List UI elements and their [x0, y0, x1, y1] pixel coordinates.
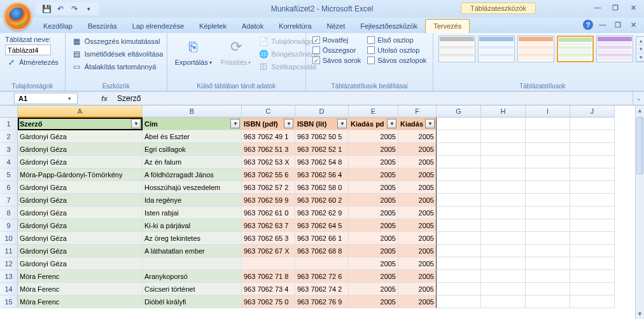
cell[interactable] [526, 168, 570, 181]
column-header[interactable]: H [481, 105, 526, 118]
cell[interactable] [570, 207, 615, 219]
column-header[interactable]: D [295, 105, 349, 118]
cell[interactable] [437, 143, 481, 156]
row-header[interactable]: 15 [0, 295, 18, 308]
table-cell[interactable]: Ida regénye [143, 194, 242, 207]
table-cell[interactable]: 2005 [398, 194, 437, 207]
table-style-thumb[interactable] [517, 36, 554, 62]
table-cell[interactable]: 2005 [398, 143, 437, 156]
cell[interactable] [481, 207, 526, 219]
qat-customize-icon[interactable]: ▾ [83, 3, 94, 15]
column-header[interactable]: I [526, 105, 570, 118]
banded-cols-checkbox[interactable]: Sávos oszlopok [366, 56, 428, 65]
cell[interactable] [481, 295, 526, 308]
table-cell[interactable]: Gárdonyi Géza [18, 232, 143, 245]
column-header[interactable]: E [349, 105, 398, 118]
tab-formulas[interactable]: Képletek [192, 20, 234, 33]
table-cell[interactable]: Hosszúhajú veszedelem [143, 181, 242, 194]
table-cell[interactable]: 2005 [398, 232, 437, 245]
table-cell[interactable]: 2005 [349, 143, 398, 156]
table-cell[interactable]: Gárdonyi Géza [18, 181, 143, 194]
help-icon[interactable]: ? [583, 20, 593, 30]
table-cell[interactable]: Gárdonyi Géza [18, 143, 143, 156]
cell[interactable] [437, 118, 481, 130]
cell[interactable] [570, 168, 615, 181]
cell[interactable] [526, 130, 570, 143]
minimize-button[interactable]: — [591, 3, 605, 13]
filter-dropdown-icon[interactable]: ▾ [230, 119, 240, 128]
table-cell[interactable]: 2005 [398, 295, 437, 308]
cell[interactable] [526, 270, 570, 283]
scroll-down-icon[interactable]: ▼ [636, 309, 644, 319]
table-cell[interactable]: Móra Ferenc [18, 295, 143, 308]
cell[interactable] [570, 232, 615, 245]
table-cell[interactable]: 2005 [398, 245, 437, 257]
table-cell[interactable]: Isten rabjai [143, 207, 242, 219]
row-header[interactable]: 12 [0, 257, 18, 270]
table-cell[interactable]: 2005 [349, 194, 398, 207]
cell[interactable] [570, 257, 615, 270]
table-cell[interactable]: 963 7062 68 8 [295, 245, 349, 257]
table-cell[interactable]: 963 7062 61 0 [242, 207, 295, 219]
table-cell[interactable]: 2005 [349, 207, 398, 219]
table-cell[interactable] [295, 257, 349, 270]
row-header[interactable]: 14 [0, 283, 18, 295]
table-cell[interactable]: A láthatatlan ember [143, 245, 242, 257]
cell[interactable] [526, 219, 570, 232]
table-cell[interactable]: 963 7062 59 9 [242, 194, 295, 207]
table-header-cell[interactable]: Kiadás pd▾ [349, 118, 398, 130]
last-col-checkbox[interactable]: Utolsó oszlop [366, 46, 428, 55]
remove-duplicates-button[interactable]: ▤Ismétlődések eltávolítása [71, 48, 165, 60]
cell[interactable] [481, 219, 526, 232]
table-cell[interactable]: 963 7062 75 0 [242, 295, 295, 308]
cell[interactable] [570, 194, 615, 207]
table-cell[interactable]: 2005 [349, 295, 398, 308]
table-cell[interactable]: 2005 [398, 181, 437, 194]
column-header[interactable]: J [570, 105, 615, 118]
office-button[interactable] [4, 3, 32, 31]
table-cell[interactable]: 2005 [398, 219, 437, 232]
table-cell[interactable]: 963 7062 74 2 [295, 283, 349, 295]
row-header[interactable]: 6 [0, 181, 18, 194]
cell[interactable] [481, 143, 526, 156]
row-header[interactable]: 1 [0, 118, 18, 130]
row-header[interactable]: 4 [0, 156, 18, 168]
row-header[interactable]: 5 [0, 168, 18, 181]
cell[interactable] [481, 194, 526, 207]
convert-range-button[interactable]: ▭Átalakítás tartománnyá [71, 61, 165, 72]
scroll-up-icon[interactable]: ▲ [636, 105, 644, 116]
table-cell[interactable]: 2005 [349, 283, 398, 295]
table-cell[interactable]: Csicseri történet [143, 283, 242, 295]
name-box-dropdown-icon[interactable]: ▾ [64, 95, 74, 102]
cell[interactable] [570, 219, 615, 232]
filter-dropdown-icon[interactable]: ▾ [387, 119, 396, 128]
cell[interactable] [437, 270, 481, 283]
refresh-button[interactable]: ⟳ Frissítés▾ [218, 36, 254, 67]
cell[interactable] [481, 168, 526, 181]
row-header[interactable]: 9 [0, 219, 18, 232]
table-cell[interactable]: Gárdonyi Géza [18, 245, 143, 257]
table-cell[interactable]: 2005 [349, 257, 398, 270]
filter-dropdown-icon[interactable]: ▾ [131, 119, 141, 128]
table-header-cell[interactable]: ISBN (lit)▾ [295, 118, 349, 130]
table-cell[interactable]: Móra-Papp-Gárdonyi-Tömörkény [18, 168, 143, 181]
table-cell[interactable]: 963 7062 58 0 [295, 181, 349, 194]
table-cell[interactable]: 963 7062 65 3 [242, 232, 295, 245]
cell[interactable] [526, 118, 570, 130]
cell[interactable] [570, 295, 615, 308]
table-cell[interactable]: 963 7062 66 1 [295, 232, 349, 245]
table-cell[interactable]: 963 7062 72 6 [295, 270, 349, 283]
table-cell[interactable]: 2005 [398, 156, 437, 168]
table-cell[interactable]: Gárdonyi Géza [18, 130, 143, 143]
tab-developer[interactable]: Fejlesztőeszközök [353, 20, 425, 33]
table-cell[interactable]: Gárdonyi Géza [18, 257, 143, 270]
table-cell[interactable] [143, 257, 242, 270]
cell[interactable] [526, 181, 570, 194]
cell[interactable] [481, 118, 526, 130]
table-cell[interactable]: 2005 [349, 181, 398, 194]
cell[interactable] [526, 232, 570, 245]
table-cell[interactable]: 963 7062 57 2 [242, 181, 295, 194]
table-cell[interactable]: Az én falum [143, 156, 242, 168]
table-style-thumb[interactable] [596, 36, 633, 62]
filter-dropdown-icon[interactable]: ▾ [337, 119, 347, 128]
